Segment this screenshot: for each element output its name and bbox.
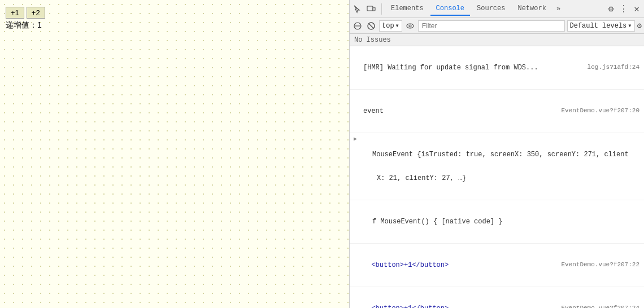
more-options-icon[interactable]: ⋮ [617, 1, 630, 17]
increment-2-button[interactable]: +2 [27, 7, 45, 19]
svg-rect-0 [367, 6, 373, 11]
context-selector[interactable]: top ▾ [379, 20, 402, 32]
svg-point-7 [409, 25, 411, 27]
svg-line-5 [369, 23, 374, 28]
inspect-element-icon[interactable] [352, 3, 363, 15]
line-gutter: ▶ [350, 134, 361, 142]
more-tabs-button[interactable]: » [553, 3, 564, 15]
tab-network[interactable]: Network [512, 2, 551, 16]
button-row: +1 +2 [6, 7, 45, 19]
increment-1-button[interactable]: +1 [6, 7, 24, 19]
console-output[interactable]: [HMR] Waiting for update signal from WDS… [350, 46, 644, 308]
close-devtools-icon[interactable]: ✕ [632, 1, 642, 17]
console-text: f MouseEvent() { [native code] } [361, 201, 644, 242]
console-text: MouseEvent {isTrusted: true, screenX: 35… [361, 134, 644, 199]
console-settings-icon[interactable]: ⚙ [637, 21, 642, 30]
line-gutter [350, 91, 361, 92]
console-text: <button>+1</button> EventDemo.vue?f207:2… [361, 288, 644, 308]
no-issues-bar: No Issues [350, 34, 644, 46]
settings-gear-icon[interactable]: ⚙ [606, 1, 616, 17]
line-gutter [350, 245, 361, 246]
counter-label: 递增值：1 [6, 20, 42, 30]
line-gutter [350, 288, 361, 289]
devtools-top-icons [352, 3, 382, 15]
console-text: <button>+1</button> EventDemo.vue?f207:2… [361, 245, 644, 285]
svg-point-6 [407, 24, 414, 28]
clear-console-icon[interactable] [365, 20, 377, 32]
console-line: <button>+1</button> EventDemo.vue?f207:2… [350, 244, 644, 287]
console-line: ▶ MouseEvent {isTrusted: true, screenX: … [350, 133, 644, 200]
tab-elements[interactable]: Elements [385, 2, 429, 16]
no-issues-label: No Issues [354, 36, 391, 44]
console-text: event EventDemo.vue?f207:20 [361, 91, 644, 131]
counter-value: 1 [37, 20, 42, 29]
browser-content-panel: +1 +2 递增值：1 [0, 0, 349, 308]
console-text: [HMR] Waiting for update signal from WDS… [361, 47, 644, 88]
console-line: [HMR] Waiting for update signal from WDS… [350, 46, 644, 90]
expand-arrow-icon[interactable]: ▶ [354, 135, 357, 142]
console-line: event EventDemo.vue?f207:20 [350, 90, 644, 133]
devtools-panel: Elements Console Sources Network » ⚙ ⋮ ✕… [349, 0, 644, 308]
console-line: <button>+1</button> EventDemo.vue?f207:2… [350, 287, 644, 308]
log-levels-selector[interactable]: Default levels ▾ [567, 20, 635, 32]
filter-input[interactable] [418, 20, 565, 32]
eye-icon[interactable] [404, 20, 416, 32]
console-toolbar: top ▾ Default levels ▾ ⚙ [350, 18, 644, 34]
line-gutter [350, 47, 361, 49]
tab-console[interactable]: Console [430, 2, 470, 16]
tab-sources[interactable]: Sources [471, 2, 511, 16]
console-line: f MouseEvent() { [native code] } [350, 200, 644, 244]
line-gutter [350, 201, 361, 203]
devtools-tabbar: Elements Console Sources Network » ⚙ ⋮ ✕ [350, 0, 644, 18]
console-clear-icon[interactable] [352, 20, 363, 32]
svg-rect-1 [373, 7, 375, 11]
device-toolbar-icon[interactable] [365, 3, 377, 15]
